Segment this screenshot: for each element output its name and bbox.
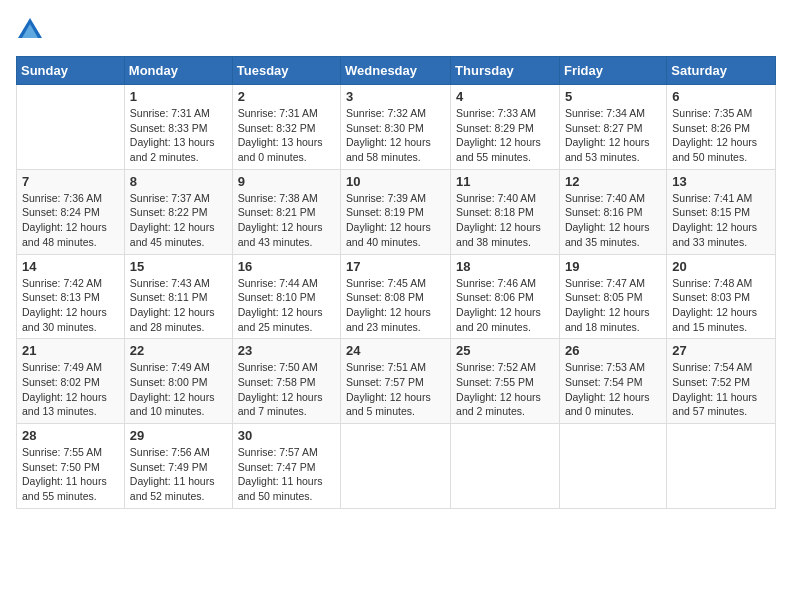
day-info: Sunrise: 7:57 AMSunset: 7:47 PMDaylight:…	[238, 446, 323, 502]
day-number: 15	[130, 259, 227, 274]
calendar-week-row: 7Sunrise: 7:36 AMSunset: 8:24 PMDaylight…	[17, 169, 776, 254]
day-number: 18	[456, 259, 554, 274]
calendar-cell: 6Sunrise: 7:35 AMSunset: 8:26 PMDaylight…	[667, 85, 776, 170]
col-monday: Monday	[124, 57, 232, 85]
day-info: Sunrise: 7:48 AMSunset: 8:03 PMDaylight:…	[672, 277, 757, 333]
day-number: 1	[130, 89, 227, 104]
calendar-cell	[17, 85, 125, 170]
calendar-cell: 30Sunrise: 7:57 AMSunset: 7:47 PMDayligh…	[232, 424, 340, 509]
calendar-cell: 29Sunrise: 7:56 AMSunset: 7:49 PMDayligh…	[124, 424, 232, 509]
calendar-cell: 16Sunrise: 7:44 AMSunset: 8:10 PMDayligh…	[232, 254, 340, 339]
day-number: 16	[238, 259, 335, 274]
calendar-header: Sunday Monday Tuesday Wednesday Thursday…	[17, 57, 776, 85]
day-number: 14	[22, 259, 119, 274]
day-info: Sunrise: 7:40 AMSunset: 8:16 PMDaylight:…	[565, 192, 650, 248]
calendar-cell: 4Sunrise: 7:33 AMSunset: 8:29 PMDaylight…	[451, 85, 560, 170]
day-info: Sunrise: 7:41 AMSunset: 8:15 PMDaylight:…	[672, 192, 757, 248]
day-number: 2	[238, 89, 335, 104]
day-number: 29	[130, 428, 227, 443]
day-info: Sunrise: 7:53 AMSunset: 7:54 PMDaylight:…	[565, 361, 650, 417]
day-number: 9	[238, 174, 335, 189]
day-info: Sunrise: 7:35 AMSunset: 8:26 PMDaylight:…	[672, 107, 757, 163]
calendar-cell: 20Sunrise: 7:48 AMSunset: 8:03 PMDayligh…	[667, 254, 776, 339]
day-info: Sunrise: 7:38 AMSunset: 8:21 PMDaylight:…	[238, 192, 323, 248]
day-info: Sunrise: 7:49 AMSunset: 8:00 PMDaylight:…	[130, 361, 215, 417]
day-number: 26	[565, 343, 661, 358]
day-number: 11	[456, 174, 554, 189]
day-info: Sunrise: 7:37 AMSunset: 8:22 PMDaylight:…	[130, 192, 215, 248]
calendar-cell: 8Sunrise: 7:37 AMSunset: 8:22 PMDaylight…	[124, 169, 232, 254]
day-info: Sunrise: 7:31 AMSunset: 8:33 PMDaylight:…	[130, 107, 215, 163]
day-info: Sunrise: 7:33 AMSunset: 8:29 PMDaylight:…	[456, 107, 541, 163]
calendar-cell: 9Sunrise: 7:38 AMSunset: 8:21 PMDaylight…	[232, 169, 340, 254]
day-info: Sunrise: 7:39 AMSunset: 8:19 PMDaylight:…	[346, 192, 431, 248]
day-number: 23	[238, 343, 335, 358]
calendar-week-row: 21Sunrise: 7:49 AMSunset: 8:02 PMDayligh…	[17, 339, 776, 424]
day-number: 13	[672, 174, 770, 189]
day-number: 4	[456, 89, 554, 104]
day-info: Sunrise: 7:49 AMSunset: 8:02 PMDaylight:…	[22, 361, 107, 417]
day-info: Sunrise: 7:50 AMSunset: 7:58 PMDaylight:…	[238, 361, 323, 417]
day-number: 25	[456, 343, 554, 358]
calendar-cell	[341, 424, 451, 509]
day-info: Sunrise: 7:52 AMSunset: 7:55 PMDaylight:…	[456, 361, 541, 417]
calendar-cell: 7Sunrise: 7:36 AMSunset: 8:24 PMDaylight…	[17, 169, 125, 254]
calendar-cell: 10Sunrise: 7:39 AMSunset: 8:19 PMDayligh…	[341, 169, 451, 254]
day-number: 5	[565, 89, 661, 104]
calendar-cell: 22Sunrise: 7:49 AMSunset: 8:00 PMDayligh…	[124, 339, 232, 424]
calendar-cell	[451, 424, 560, 509]
day-number: 24	[346, 343, 445, 358]
calendar-cell: 24Sunrise: 7:51 AMSunset: 7:57 PMDayligh…	[341, 339, 451, 424]
calendar-week-row: 28Sunrise: 7:55 AMSunset: 7:50 PMDayligh…	[17, 424, 776, 509]
calendar-cell: 2Sunrise: 7:31 AMSunset: 8:32 PMDaylight…	[232, 85, 340, 170]
day-number: 12	[565, 174, 661, 189]
day-info: Sunrise: 7:34 AMSunset: 8:27 PMDaylight:…	[565, 107, 650, 163]
day-info: Sunrise: 7:31 AMSunset: 8:32 PMDaylight:…	[238, 107, 323, 163]
calendar-cell: 1Sunrise: 7:31 AMSunset: 8:33 PMDaylight…	[124, 85, 232, 170]
calendar-cell: 25Sunrise: 7:52 AMSunset: 7:55 PMDayligh…	[451, 339, 560, 424]
day-info: Sunrise: 7:44 AMSunset: 8:10 PMDaylight:…	[238, 277, 323, 333]
day-info: Sunrise: 7:55 AMSunset: 7:50 PMDaylight:…	[22, 446, 107, 502]
day-info: Sunrise: 7:56 AMSunset: 7:49 PMDaylight:…	[130, 446, 215, 502]
day-info: Sunrise: 7:51 AMSunset: 7:57 PMDaylight:…	[346, 361, 431, 417]
day-number: 21	[22, 343, 119, 358]
calendar-cell: 13Sunrise: 7:41 AMSunset: 8:15 PMDayligh…	[667, 169, 776, 254]
calendar-cell: 14Sunrise: 7:42 AMSunset: 8:13 PMDayligh…	[17, 254, 125, 339]
calendar-cell: 19Sunrise: 7:47 AMSunset: 8:05 PMDayligh…	[559, 254, 666, 339]
logo	[16, 16, 48, 44]
calendar-cell: 12Sunrise: 7:40 AMSunset: 8:16 PMDayligh…	[559, 169, 666, 254]
calendar-week-row: 14Sunrise: 7:42 AMSunset: 8:13 PMDayligh…	[17, 254, 776, 339]
calendar-cell: 26Sunrise: 7:53 AMSunset: 7:54 PMDayligh…	[559, 339, 666, 424]
calendar-body: 1Sunrise: 7:31 AMSunset: 8:33 PMDaylight…	[17, 85, 776, 509]
calendar-table: Sunday Monday Tuesday Wednesday Thursday…	[16, 56, 776, 509]
day-number: 10	[346, 174, 445, 189]
day-number: 17	[346, 259, 445, 274]
day-info: Sunrise: 7:43 AMSunset: 8:11 PMDaylight:…	[130, 277, 215, 333]
calendar-cell: 18Sunrise: 7:46 AMSunset: 8:06 PMDayligh…	[451, 254, 560, 339]
day-info: Sunrise: 7:40 AMSunset: 8:18 PMDaylight:…	[456, 192, 541, 248]
day-number: 22	[130, 343, 227, 358]
header-row: Sunday Monday Tuesday Wednesday Thursday…	[17, 57, 776, 85]
calendar-cell: 11Sunrise: 7:40 AMSunset: 8:18 PMDayligh…	[451, 169, 560, 254]
col-thursday: Thursday	[451, 57, 560, 85]
day-number: 8	[130, 174, 227, 189]
day-info: Sunrise: 7:36 AMSunset: 8:24 PMDaylight:…	[22, 192, 107, 248]
calendar-cell: 3Sunrise: 7:32 AMSunset: 8:30 PMDaylight…	[341, 85, 451, 170]
day-number: 6	[672, 89, 770, 104]
page-header	[16, 16, 776, 44]
day-number: 7	[22, 174, 119, 189]
calendar-cell	[559, 424, 666, 509]
col-friday: Friday	[559, 57, 666, 85]
calendar-cell: 17Sunrise: 7:45 AMSunset: 8:08 PMDayligh…	[341, 254, 451, 339]
calendar-cell: 27Sunrise: 7:54 AMSunset: 7:52 PMDayligh…	[667, 339, 776, 424]
calendar-cell: 5Sunrise: 7:34 AMSunset: 8:27 PMDaylight…	[559, 85, 666, 170]
day-number: 3	[346, 89, 445, 104]
calendar-cell	[667, 424, 776, 509]
day-number: 28	[22, 428, 119, 443]
day-info: Sunrise: 7:47 AMSunset: 8:05 PMDaylight:…	[565, 277, 650, 333]
day-info: Sunrise: 7:46 AMSunset: 8:06 PMDaylight:…	[456, 277, 541, 333]
day-info: Sunrise: 7:32 AMSunset: 8:30 PMDaylight:…	[346, 107, 431, 163]
col-sunday: Sunday	[17, 57, 125, 85]
calendar-cell: 21Sunrise: 7:49 AMSunset: 8:02 PMDayligh…	[17, 339, 125, 424]
day-info: Sunrise: 7:45 AMSunset: 8:08 PMDaylight:…	[346, 277, 431, 333]
